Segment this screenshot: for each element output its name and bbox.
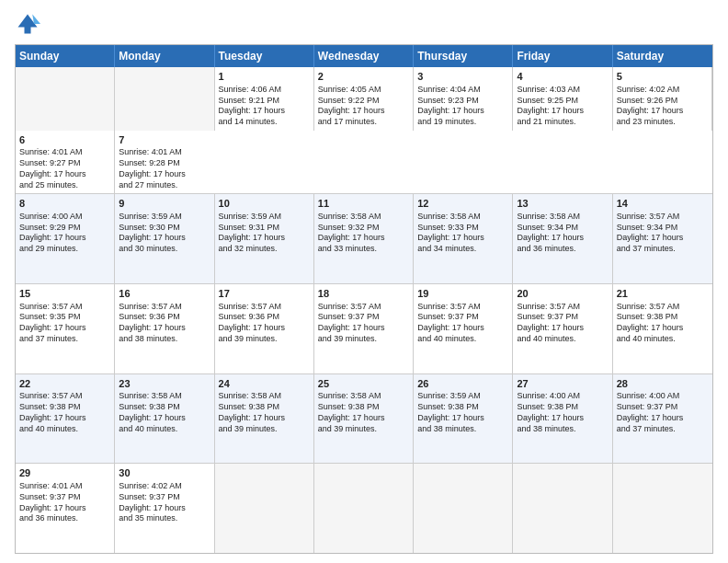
day-cell-30: 30Sunrise: 4:02 AMSunset: 9:37 PMDayligh… bbox=[115, 464, 214, 553]
day-cell-5: 5Sunrise: 4:02 AMSunset: 9:26 PMDaylight… bbox=[613, 67, 712, 131]
day-detail: Daylight: 17 hours bbox=[617, 413, 709, 424]
empty-cell bbox=[16, 67, 115, 131]
day-number: 29 bbox=[19, 466, 110, 480]
empty-cell bbox=[414, 464, 513, 553]
day-detail: Sunset: 9:27 PM bbox=[19, 158, 110, 169]
day-detail: Sunset: 9:37 PM bbox=[19, 492, 110, 503]
header-day-monday: Monday bbox=[115, 45, 214, 67]
day-detail: Sunset: 9:38 PM bbox=[119, 402, 210, 413]
day-cell-19: 19Sunrise: 3:57 AMSunset: 9:37 PMDayligh… bbox=[414, 284, 513, 373]
day-detail: and 39 minutes. bbox=[219, 424, 310, 435]
day-detail: and 40 minutes. bbox=[19, 424, 110, 435]
day-detail: Sunrise: 4:01 AM bbox=[119, 147, 210, 158]
day-number: 7 bbox=[119, 133, 210, 147]
logo-icon bbox=[15, 11, 40, 37]
day-number: 23 bbox=[119, 377, 210, 391]
day-detail: Sunrise: 3:59 AM bbox=[417, 391, 508, 402]
day-detail: Sunset: 9:22 PM bbox=[318, 96, 409, 107]
day-detail: Sunset: 9:38 PM bbox=[19, 402, 110, 413]
day-detail: and 37 minutes. bbox=[617, 424, 709, 435]
day-detail: Daylight: 17 hours bbox=[119, 413, 210, 424]
day-cell-11: 11Sunrise: 3:58 AMSunset: 9:32 PMDayligh… bbox=[314, 194, 414, 283]
day-detail: Daylight: 17 hours bbox=[119, 233, 210, 244]
day-detail: Sunrise: 4:03 AM bbox=[517, 85, 608, 96]
day-number: 25 bbox=[318, 377, 409, 391]
day-detail: Sunrise: 4:00 AM bbox=[517, 391, 608, 402]
day-number: 14 bbox=[617, 197, 709, 211]
day-detail: and 29 minutes. bbox=[19, 244, 110, 255]
day-cell-28: 28Sunrise: 4:00 AMSunset: 9:37 PMDayligh… bbox=[613, 374, 712, 464]
day-number: 8 bbox=[19, 197, 110, 211]
day-detail: Daylight: 17 hours bbox=[617, 323, 709, 334]
day-number: 20 bbox=[517, 287, 608, 301]
day-cell-24: 24Sunrise: 3:58 AMSunset: 9:38 PMDayligh… bbox=[215, 374, 314, 464]
day-cell-9: 9Sunrise: 3:59 AMSunset: 9:30 PMDaylight… bbox=[115, 194, 214, 283]
day-detail: and 38 minutes. bbox=[517, 424, 608, 435]
day-detail: Sunset: 9:36 PM bbox=[219, 312, 310, 323]
day-detail: Daylight: 17 hours bbox=[19, 503, 110, 514]
day-detail: Sunrise: 3:59 AM bbox=[119, 212, 210, 223]
day-number: 10 bbox=[219, 197, 310, 211]
day-detail: Sunrise: 4:01 AM bbox=[19, 481, 110, 492]
day-detail: Daylight: 17 hours bbox=[19, 413, 110, 424]
page: SundayMondayTuesdayWednesdayThursdayFrid… bbox=[0, 0, 728, 563]
day-detail: and 32 minutes. bbox=[219, 244, 310, 255]
day-number: 9 bbox=[119, 197, 210, 211]
day-number: 5 bbox=[617, 70, 708, 84]
day-cell-3: 3Sunrise: 4:04 AMSunset: 9:23 PMDaylight… bbox=[414, 67, 513, 131]
day-detail: Sunset: 9:23 PM bbox=[417, 96, 508, 107]
day-detail: Daylight: 17 hours bbox=[19, 233, 110, 244]
day-number: 13 bbox=[517, 197, 608, 211]
day-detail: Sunrise: 3:58 AM bbox=[318, 391, 409, 402]
day-detail: Daylight: 17 hours bbox=[119, 503, 210, 514]
day-number: 19 bbox=[417, 287, 508, 301]
day-detail: Sunrise: 3:58 AM bbox=[119, 391, 210, 402]
calendar: SundayMondayTuesdayWednesdayThursdayFrid… bbox=[15, 44, 713, 554]
day-detail: Sunset: 9:38 PM bbox=[219, 402, 310, 413]
day-detail: and 19 minutes. bbox=[417, 117, 508, 128]
day-number: 3 bbox=[417, 70, 508, 84]
day-detail: Sunset: 9:35 PM bbox=[19, 312, 110, 323]
day-detail: Sunrise: 3:57 AM bbox=[318, 302, 409, 313]
day-detail: Sunrise: 3:59 AM bbox=[219, 212, 310, 223]
header-day-friday: Friday bbox=[513, 45, 612, 67]
day-detail: Sunset: 9:38 PM bbox=[417, 402, 508, 413]
day-detail: Sunset: 9:34 PM bbox=[617, 223, 709, 234]
day-detail: Daylight: 17 hours bbox=[119, 323, 210, 334]
day-detail: Sunrise: 3:58 AM bbox=[318, 212, 409, 223]
day-cell-21: 21Sunrise: 3:57 AMSunset: 9:38 PMDayligh… bbox=[613, 284, 712, 373]
day-cell-8: 8Sunrise: 4:00 AMSunset: 9:29 PMDaylight… bbox=[16, 194, 115, 283]
day-detail: and 33 minutes. bbox=[318, 244, 409, 255]
day-detail: Sunset: 9:28 PM bbox=[119, 158, 210, 169]
day-detail: Sunrise: 4:04 AM bbox=[417, 85, 508, 96]
day-detail: and 39 minutes. bbox=[318, 334, 409, 345]
day-number: 26 bbox=[417, 377, 508, 391]
calendar-body: 1Sunrise: 4:06 AMSunset: 9:21 PMDaylight… bbox=[16, 67, 712, 553]
day-number: 15 bbox=[19, 287, 110, 301]
day-detail: Sunset: 9:34 PM bbox=[517, 223, 608, 234]
empty-cell bbox=[215, 464, 314, 553]
day-cell-22: 22Sunrise: 3:57 AMSunset: 9:38 PMDayligh… bbox=[16, 374, 115, 464]
day-number: 22 bbox=[19, 377, 110, 391]
day-detail: Sunset: 9:37 PM bbox=[119, 492, 210, 503]
header-day-wednesday: Wednesday bbox=[314, 45, 414, 67]
day-detail: and 30 minutes. bbox=[119, 244, 210, 255]
empty-cell bbox=[314, 464, 414, 553]
calendar-row-5: 29Sunrise: 4:01 AMSunset: 9:37 PMDayligh… bbox=[16, 463, 712, 553]
day-detail: Sunrise: 4:02 AM bbox=[119, 481, 210, 492]
day-detail: Sunrise: 3:57 AM bbox=[119, 302, 210, 313]
day-detail: and 34 minutes. bbox=[417, 244, 508, 255]
day-detail: and 14 minutes. bbox=[219, 117, 310, 128]
day-detail: Daylight: 17 hours bbox=[318, 106, 409, 117]
day-detail: Sunset: 9:21 PM bbox=[219, 96, 310, 107]
day-detail: and 38 minutes. bbox=[119, 334, 210, 345]
day-detail: and 40 minutes. bbox=[417, 334, 508, 345]
calendar-row-1: 1Sunrise: 4:06 AMSunset: 9:21 PMDaylight… bbox=[16, 67, 712, 193]
day-number: 4 bbox=[517, 70, 608, 84]
header-day-tuesday: Tuesday bbox=[215, 45, 314, 67]
day-cell-7: 7Sunrise: 4:01 AMSunset: 9:28 PMDaylight… bbox=[115, 131, 214, 194]
day-cell-18: 18Sunrise: 3:57 AMSunset: 9:37 PMDayligh… bbox=[314, 284, 414, 373]
header-day-sunday: Sunday bbox=[16, 45, 115, 67]
day-number: 27 bbox=[517, 377, 608, 391]
calendar-header: SundayMondayTuesdayWednesdayThursdayFrid… bbox=[16, 45, 712, 67]
